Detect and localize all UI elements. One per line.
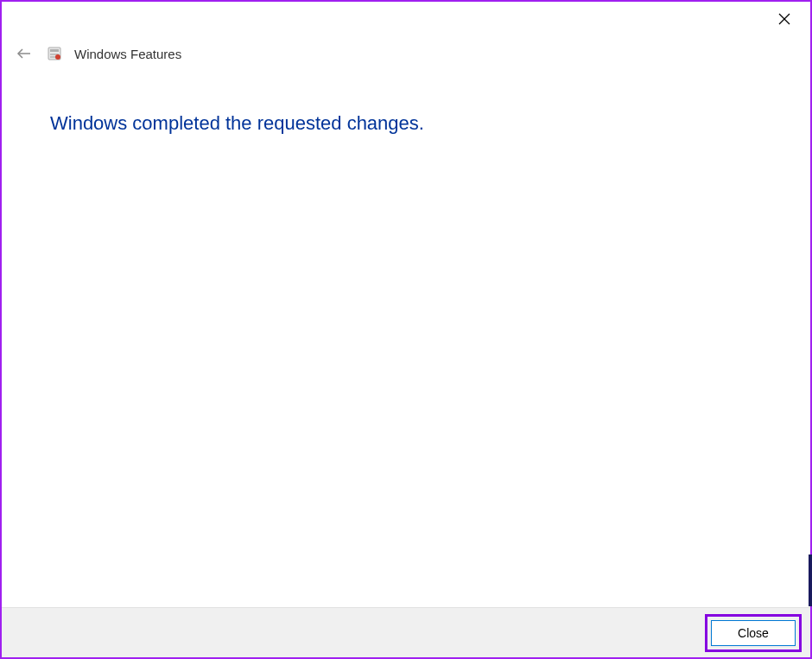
windows-features-icon <box>47 46 62 61</box>
window-close-button[interactable] <box>774 9 795 29</box>
svg-rect-4 <box>50 49 59 52</box>
close-button[interactable]: Close <box>711 620 796 646</box>
dialog-footer: Close <box>2 607 810 657</box>
scrollbar-indicator <box>809 554 812 606</box>
svg-rect-6 <box>50 56 56 58</box>
svg-point-7 <box>55 54 60 60</box>
close-icon <box>778 13 790 25</box>
back-arrow-icon <box>16 45 33 62</box>
dialog-window: Windows Features Windows completed the r… <box>0 0 812 659</box>
close-button-highlight: Close <box>705 614 802 652</box>
back-button[interactable] <box>14 43 35 64</box>
status-message: Windows completed the requested changes. <box>50 112 424 135</box>
dialog-header: Windows Features <box>14 43 181 64</box>
dialog-title: Windows Features <box>74 47 181 61</box>
